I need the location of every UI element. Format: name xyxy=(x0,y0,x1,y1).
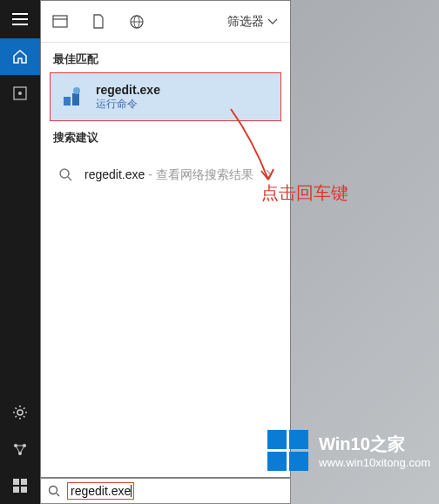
sidebar-item-start[interactable] xyxy=(0,467,40,504)
search-input[interactable]: regedit.exe xyxy=(67,482,134,500)
sidebar-item-settings[interactable] xyxy=(0,394,40,431)
globe-icon xyxy=(129,14,145,30)
best-match-text: regedit.exe 运行命令 xyxy=(96,83,160,112)
panel-header: 筛选器 xyxy=(41,1,290,43)
sidebar-spacer xyxy=(0,112,40,394)
best-match-title: regedit.exe xyxy=(96,83,160,97)
search-icon xyxy=(48,485,60,497)
chevron-right-icon xyxy=(266,169,273,180)
svg-point-31 xyxy=(50,487,57,494)
search-icon xyxy=(58,167,72,181)
tab-documents[interactable] xyxy=(79,1,118,43)
home-icon xyxy=(12,49,28,65)
windows-icon xyxy=(13,479,27,493)
svg-line-13 xyxy=(24,408,25,410)
svg-rect-18 xyxy=(21,479,27,485)
svg-point-28 xyxy=(73,87,80,94)
network-icon xyxy=(12,441,28,457)
filter-dropdown[interactable]: 筛选器 xyxy=(227,14,290,30)
sidebar-item-home[interactable] xyxy=(0,38,40,75)
svg-line-10 xyxy=(16,408,17,410)
svg-rect-0 xyxy=(12,13,28,15)
gear-icon xyxy=(12,405,28,420)
svg-rect-26 xyxy=(64,97,71,106)
suggestions-label: 搜索建议 xyxy=(41,121,290,151)
chevron-down-icon xyxy=(267,18,278,25)
svg-point-5 xyxy=(17,410,23,415)
best-match-label: 最佳匹配 xyxy=(41,43,290,72)
suggestion-item[interactable]: regedit.exe - 查看网络搜索结果 xyxy=(50,154,281,194)
window-icon xyxy=(52,15,68,29)
text-caret xyxy=(131,485,132,497)
search-value: regedit.exe xyxy=(71,484,131,498)
regedit-icon xyxy=(61,85,85,109)
svg-line-32 xyxy=(57,494,59,496)
svg-rect-20 xyxy=(21,487,27,493)
svg-rect-21 xyxy=(53,16,67,27)
hamburger-button[interactable] xyxy=(0,0,40,38)
search-bar[interactable]: regedit.exe xyxy=(40,478,291,504)
svg-line-30 xyxy=(68,177,71,180)
svg-point-4 xyxy=(18,92,22,95)
svg-line-11 xyxy=(24,416,25,418)
svg-point-29 xyxy=(60,169,69,178)
search-results-panel: 筛选器 最佳匹配 regedit.exe 运行命令 搜索建议 xyxy=(40,0,291,478)
sidebar-item-task[interactable] xyxy=(0,75,40,112)
suggestion-text: regedit.exe - 查看网络搜索结果 xyxy=(84,167,253,183)
best-match-subtitle: 运行命令 xyxy=(96,97,160,112)
best-match-item[interactable]: regedit.exe 运行命令 xyxy=(50,72,281,121)
svg-line-12 xyxy=(16,416,17,418)
filter-label: 筛选器 xyxy=(227,14,264,30)
hamburger-icon xyxy=(12,13,28,25)
svg-rect-2 xyxy=(12,24,28,25)
tab-all[interactable] xyxy=(41,1,79,43)
document-icon xyxy=(92,14,105,30)
tab-web[interactable] xyxy=(118,1,156,43)
svg-rect-19 xyxy=(13,487,19,493)
svg-rect-17 xyxy=(13,479,19,485)
svg-rect-1 xyxy=(12,18,28,20)
start-sidebar xyxy=(0,0,40,504)
sidebar-item-network[interactable] xyxy=(0,431,40,467)
svg-rect-27 xyxy=(72,93,79,106)
task-icon xyxy=(13,86,27,100)
